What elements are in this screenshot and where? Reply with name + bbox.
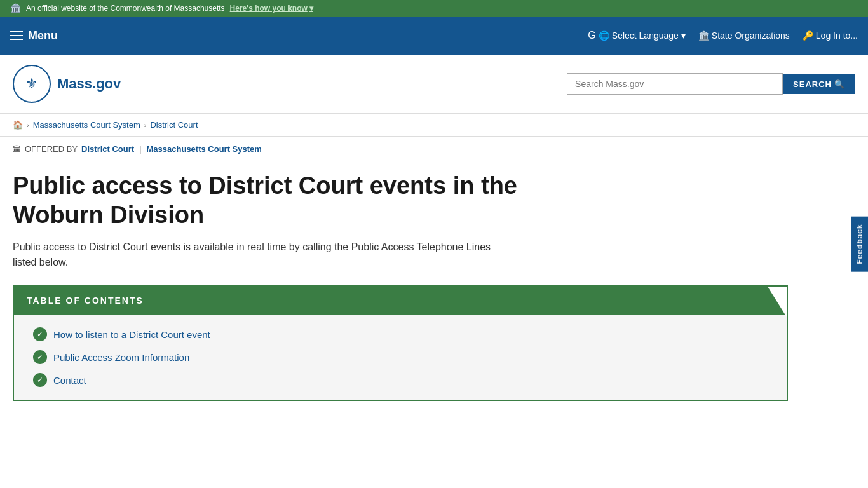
nav-right: G 🌐 Select Language ▾ 🏛️ State Organizat…	[588, 30, 858, 41]
google-icon: G	[588, 30, 595, 41]
breadcrumb-mass-court[interactable]: Massachusetts Court System	[33, 120, 140, 130]
site-logo-text[interactable]: Mass.gov	[57, 76, 121, 92]
building-offered-icon: 🏛	[13, 144, 21, 154]
menu-label[interactable]: Menu	[28, 29, 58, 43]
offered-by-label: OFFERED BY	[25, 144, 78, 154]
hamburger-menu[interactable]	[10, 31, 23, 40]
google-translate[interactable]: G 🌐 Select Language ▾	[588, 30, 686, 41]
mass-seal-icon: ⚜	[13, 65, 51, 103]
nav-left: Menu	[10, 29, 58, 43]
page-subtitle: Public access to District Court events i…	[13, 240, 508, 270]
page-title: Public access to District Court events i…	[13, 172, 585, 229]
toc-body: ✓ How to listen to a District Court even…	[14, 315, 787, 400]
search-button[interactable]: SEARCH 🔍	[783, 74, 855, 94]
heres-how-link[interactable]: Here's how you know ▾	[230, 4, 313, 13]
site-header: ⚜ Mass.gov SEARCH 🔍	[0, 55, 868, 114]
toc-item-2: ✓ Public Access Zoom Information	[33, 350, 774, 364]
breadcrumb-district-court[interactable]: District Court	[150, 120, 198, 130]
toc-icon-3: ✓	[33, 373, 47, 387]
search-input[interactable]	[567, 73, 783, 95]
toc-icon-2: ✓	[33, 350, 47, 364]
log-in-link[interactable]: 🔑 Log In to...	[803, 30, 858, 41]
toc-link-3[interactable]: Contact	[53, 375, 86, 386]
toc-icon-1: ✓	[33, 327, 47, 341]
search-icon: 🔍	[834, 79, 845, 89]
breadcrumb: 🏠 › Massachusetts Court System › Distric…	[0, 114, 868, 137]
toc-link-1[interactable]: How to listen to a District Court event	[53, 329, 210, 340]
offered-mass-court[interactable]: Massachusetts Court System	[147, 144, 262, 154]
nav-bar: Menu G 🌐 Select Language ▾ 🏛️ State Orga…	[0, 17, 868, 55]
top-banner: 🏛️ An official website of the Commonweal…	[0, 0, 868, 17]
breadcrumb-sep-1: ›	[27, 121, 29, 129]
feedback-tab[interactable]: Feedback	[851, 216, 868, 271]
breadcrumb-home[interactable]: 🏠	[13, 120, 23, 130]
search-area: SEARCH 🔍	[567, 73, 855, 95]
toc-link-2[interactable]: Public Access Zoom Information	[53, 352, 189, 363]
table-of-contents: TABLE OF CONTENTS ✓ How to listen to a D…	[13, 285, 788, 401]
logo-area: ⚜ Mass.gov	[13, 65, 121, 103]
main-content: Public access to District Court events i…	[0, 161, 826, 414]
toc-item-3: ✓ Contact	[33, 373, 774, 387]
toc-item-1: ✓ How to listen to a District Court even…	[33, 327, 774, 341]
seal-icon: 🏛️	[10, 3, 21, 13]
chevron-down-icon: ▾	[681, 30, 686, 41]
breadcrumb-sep-2: ›	[144, 121, 147, 129]
offered-district-court[interactable]: District Court	[81, 144, 134, 154]
login-icon: 🔑	[803, 30, 813, 41]
toc-header: TABLE OF CONTENTS	[14, 287, 787, 315]
globe-icon: 🌐	[599, 30, 609, 41]
banner-text: An official website of the Commonwealth …	[26, 4, 225, 13]
building-nav-icon: 🏛️	[698, 30, 709, 41]
state-organizations-link[interactable]: 🏛️ State Organizations	[698, 30, 790, 41]
offered-by-bar: 🏛 OFFERED BY District Court | Massachuse…	[0, 137, 868, 161]
offered-divider: |	[139, 144, 141, 154]
